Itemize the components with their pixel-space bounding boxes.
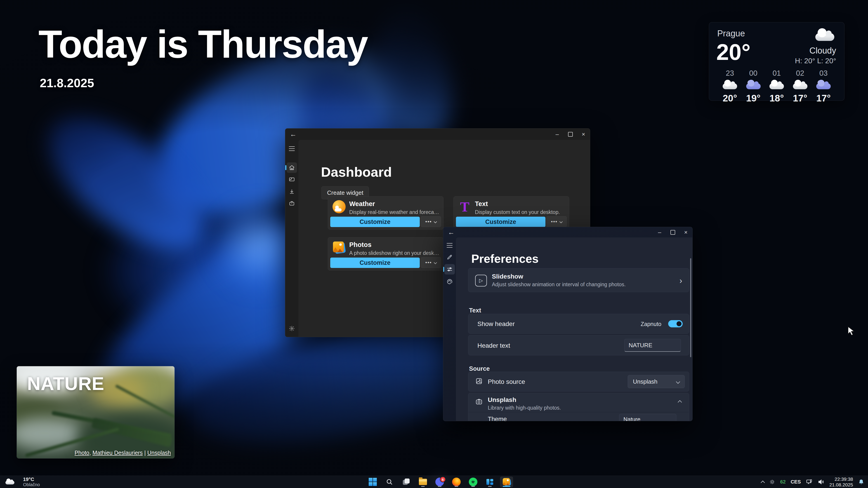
hour-temp: 20° (723, 93, 737, 104)
show-header-label: Show header (477, 320, 515, 328)
back-button[interactable]: ← (448, 228, 455, 236)
hour-temp: 17° (793, 93, 807, 104)
forecast-hour: 03 17° (813, 69, 834, 104)
show-header-toggle[interactable] (668, 320, 683, 327)
bewidgets-icon (486, 478, 494, 486)
weather-current-temp: 20° (716, 39, 750, 65)
section-label-source: Source (469, 365, 490, 372)
hamburger-icon (289, 149, 295, 149)
unsplash-subtitle: Library with high-quality photos. (488, 405, 561, 411)
bewidgets-sidebar (285, 140, 298, 337)
scrollbar[interactable] (690, 258, 691, 357)
bewidgets-titlebar[interactable]: ← BeWidgets – × (285, 129, 590, 140)
photo-slideshow-widget: NATURE Photo, Mathieu Deslauriers | Unsp… (17, 366, 175, 459)
photos-window: ← Photos – × Preferences (443, 227, 692, 421)
bewidgets-button[interactable] (483, 477, 496, 487)
more-options-button[interactable]: ••• (421, 216, 441, 227)
palette-icon (447, 279, 453, 285)
theme-input[interactable] (619, 414, 676, 421)
desktop: Today is Thursday 21.8.2025 Prague 20° C… (0, 0, 868, 488)
card-title: Text (475, 200, 488, 207)
slideshow-title: Slideshow (492, 273, 626, 280)
brightness-tray-icon[interactable] (769, 479, 775, 485)
close-button[interactable]: × (679, 227, 692, 237)
slideshow-play-icon: ▷ (475, 275, 487, 287)
slideshow-row[interactable]: ▷ Slideshow Adjust slideshow animation o… (468, 268, 689, 292)
customize-button[interactable]: Customize (330, 217, 420, 227)
customize-button[interactable]: Customize (330, 258, 420, 268)
sidebar-item-edit[interactable] (444, 252, 455, 262)
unsplash-link[interactable]: Unsplash (147, 450, 171, 456)
taskbar-weather-button[interactable]: 19°C Oblačno (3, 476, 42, 488)
photo-source-label: Photo source (488, 378, 525, 385)
minimize-button[interactable]: – (653, 227, 666, 237)
author-link[interactable]: Mathieu Deslauriers (92, 450, 143, 456)
time-text: 22:39:38 (835, 476, 853, 482)
cloud-icon (723, 80, 737, 90)
weather-high-low: H: 20° L: 20° (795, 57, 836, 65)
photo-link[interactable]: Photo (74, 450, 89, 456)
taskbar-weather-temp: 19°C (23, 477, 40, 482)
firefox-button[interactable] (450, 477, 463, 487)
cloud-icon (5, 479, 14, 485)
search-icon (385, 478, 393, 486)
photos-button[interactable] (500, 477, 513, 487)
theme-label: Theme (488, 416, 507, 421)
temperature-tray-value[interactable]: 62 (780, 479, 785, 485)
search-button[interactable] (383, 477, 396, 487)
sidebar-item-settings[interactable] (287, 323, 297, 334)
sidebar-item-home[interactable] (287, 162, 297, 173)
discord-button[interactable]: 6 (433, 477, 446, 487)
photo-source-dropdown[interactable]: Unsplash (628, 375, 685, 388)
weather-condition: Cloudy (809, 46, 836, 56)
file-explorer-button[interactable] (416, 477, 430, 487)
card-title: Photos (349, 241, 371, 249)
menu-button[interactable] (287, 143, 297, 154)
slideshow-subtitle: Adjust slideshow animation or interval o… (492, 282, 626, 288)
spotify-button[interactable] (467, 477, 480, 487)
page-title: Dashboard (321, 164, 392, 180)
network-icon[interactable] (806, 479, 813, 485)
header-text-input[interactable] (624, 339, 681, 352)
speaker-icon[interactable] (817, 479, 825, 485)
clock[interactable]: 22:39:38 21.08.2025 (829, 476, 853, 488)
sidebar-item-theme[interactable] (444, 276, 455, 287)
taskbar: 19°C Oblačno 6 (0, 476, 868, 488)
start-button[interactable] (366, 477, 379, 487)
unsplash-title: Unsplash (488, 396, 561, 403)
maximize-button[interactable] (666, 227, 679, 237)
greeting-date: 21.8.2025 (40, 76, 368, 90)
maximize-button[interactable] (564, 129, 577, 140)
back-button[interactable]: ← (290, 130, 297, 138)
notification-bell-icon[interactable] (858, 479, 864, 485)
hour-label: 01 (773, 69, 781, 77)
photos-titlebar[interactable]: ← Photos – × (443, 227, 692, 237)
hour-temp: 18° (770, 93, 784, 104)
taskbar-icons: 6 (366, 476, 513, 488)
sidebar-item-library[interactable] (287, 198, 297, 208)
date-text: 21.08.2025 (829, 482, 853, 488)
hour-temp: 19° (746, 93, 761, 104)
sidebar-item-preferences[interactable] (444, 264, 455, 274)
language-indicator[interactable]: CES (791, 479, 801, 485)
chevron-down-icon (676, 380, 680, 384)
cloud-icon (793, 80, 807, 90)
more-options-button[interactable]: ••• (546, 216, 567, 227)
photo-attribution: Photo, Mathieu Deslauriers | Unsplash (74, 450, 171, 456)
photos-card-icon (333, 241, 346, 254)
chevron-up-icon[interactable] (678, 400, 682, 404)
minimize-button[interactable]: – (551, 129, 564, 140)
sidebar-item-downloads[interactable] (287, 186, 297, 197)
weather-card-icon (333, 200, 346, 213)
chevron-down-icon (434, 261, 437, 264)
firefox-icon (452, 478, 461, 486)
header-text-row: Header text (468, 335, 689, 355)
sidebar-item-widgets[interactable] (287, 174, 297, 185)
close-button[interactable]: × (577, 129, 590, 140)
task-view-button[interactable] (400, 477, 413, 487)
hidden-icons-chevron[interactable] (761, 481, 765, 485)
customize-button[interactable]: Customize (456, 217, 546, 227)
more-options-button[interactable]: ••• (421, 257, 441, 268)
menu-button[interactable] (444, 240, 455, 251)
cloud-icon (770, 80, 784, 90)
